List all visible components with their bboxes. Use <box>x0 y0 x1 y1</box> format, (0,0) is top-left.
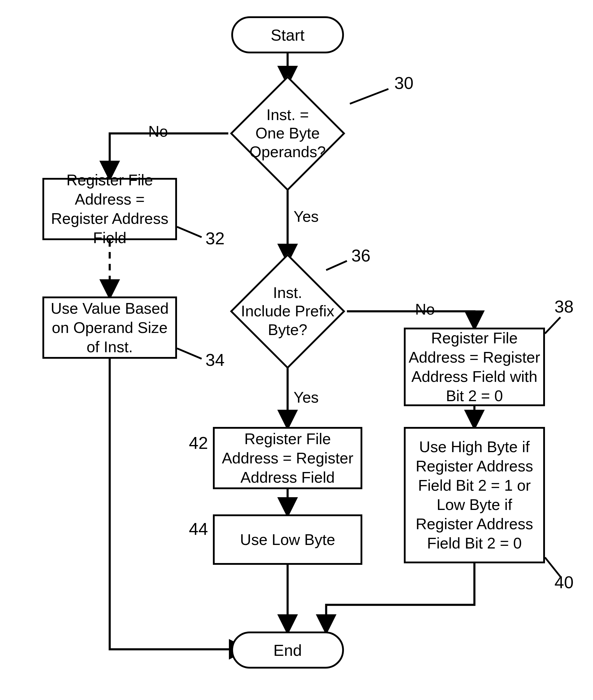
process-42-text: Register File Address = Register Address… <box>218 429 358 487</box>
process-38-text: Register File Address = Register Address… <box>408 328 540 405</box>
ref-40: 40 <box>554 572 574 592</box>
ref-36: 36 <box>351 245 370 265</box>
decision-36: Inst. Include Prefix Byte? <box>228 261 347 362</box>
edge-label-no-d36: No <box>415 300 435 318</box>
process-34: Use Value Based on Operand Size of Inst. <box>42 297 177 359</box>
edge-label-yes-d36: Yes <box>293 388 319 406</box>
ref-38: 38 <box>554 297 574 316</box>
edge-label-no-d30: No <box>148 122 168 140</box>
ref-44: 44 <box>189 519 208 539</box>
decision-30: Inst. = One Byte Operands? <box>228 83 347 184</box>
process-44: Use Low Byte <box>213 514 362 565</box>
flowchart-canvas: Start Inst. = One Byte Operands? Registe… <box>0 0 593 700</box>
ref-30: 30 <box>394 73 413 93</box>
start-label: Start <box>271 26 305 44</box>
process-40-text: Use High Byte if Register Address Field … <box>408 437 540 553</box>
ref-34: 34 <box>205 350 225 370</box>
end-label: End <box>273 641 302 659</box>
process-44-text: Use Low Byte <box>240 530 335 549</box>
process-32-text: Register File Address = Register Address… <box>47 170 172 247</box>
process-32: Register File Address = Register Address… <box>42 178 177 240</box>
terminator-start: Start <box>231 16 344 53</box>
process-34-text: Use Value Based on Operand Size of Inst. <box>47 299 172 357</box>
decision-36-text: Inst. Include Prefix Byte? <box>228 283 347 339</box>
edge-label-yes-d30: Yes <box>293 207 319 225</box>
decision-30-text: Inst. = One Byte Operands? <box>228 106 347 161</box>
ref-32: 32 <box>205 228 225 248</box>
process-38: Register File Address = Register Address… <box>404 327 545 406</box>
terminator-end: End <box>231 631 344 669</box>
process-42: Register File Address = Register Address… <box>213 427 362 489</box>
ref-42: 42 <box>189 433 208 453</box>
process-40: Use High Byte if Register Address Field … <box>404 427 545 563</box>
